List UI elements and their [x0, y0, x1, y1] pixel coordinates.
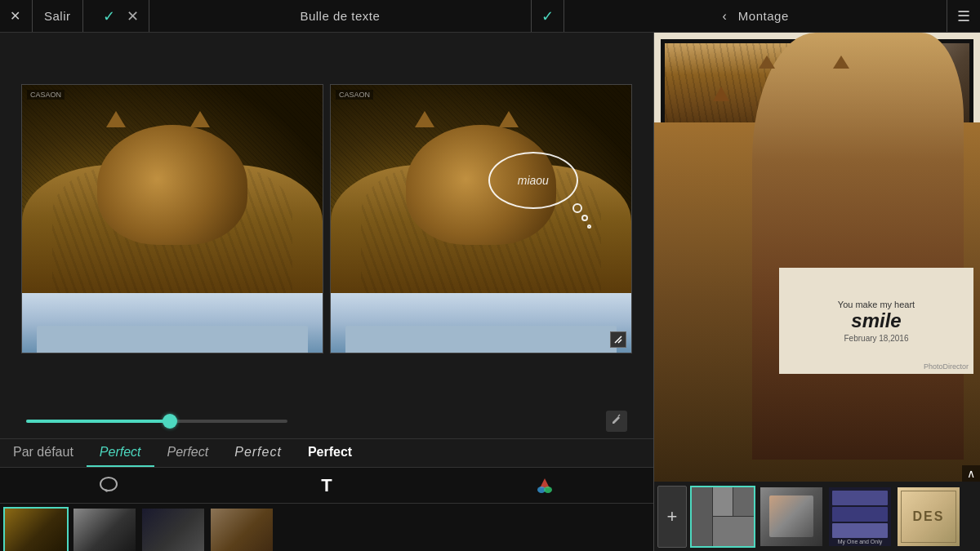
- frame-mid-left[interactable]: [661, 158, 759, 264]
- back-icon[interactable]: ‹: [723, 9, 727, 24]
- thumb-3[interactable]: [140, 507, 206, 551]
- toolbar-center: Bulle de texte: [149, 0, 532, 32]
- color-tool-btn[interactable]: [435, 468, 653, 503]
- date-text: February 18,2016: [844, 334, 909, 343]
- toolbar-left: ✕ Salir: [0, 0, 93, 32]
- quote-line1: You make my heart: [838, 300, 915, 309]
- edited-photo[interactable]: CASAON miaou: [330, 84, 632, 353]
- bubble-label: Bulle de texte: [300, 9, 380, 23]
- font-option-default[interactable]: Par défaut: [0, 439, 87, 467]
- toolbar-confirm-right: ✓: [532, 0, 564, 32]
- toolbar-confirm-left: ✓ ✕: [93, 0, 149, 32]
- montage-thumb-4[interactable]: DES: [896, 486, 961, 548]
- frame-mid-left-photo: [665, 162, 755, 260]
- montage-thumb-4-inner: DES: [898, 487, 960, 546]
- cat-photo-right: CASAON miaou: [331, 85, 631, 353]
- slider-row: [0, 404, 653, 438]
- font-option-4[interactable]: Perfect: [295, 439, 365, 467]
- font-option-2[interactable]: Perfect: [154, 439, 222, 467]
- slider-fill: [26, 420, 170, 423]
- add-montage-btn[interactable]: +: [657, 486, 687, 548]
- montage-thumb-3-label: My One and Only: [838, 539, 882, 544]
- thought-bubble-main: miaou: [488, 152, 578, 209]
- watermark-left: CASAON: [27, 90, 65, 100]
- font-option-3[interactable]: Perfect: [221, 439, 295, 467]
- frame-text: You make my heart smile February 18,2016…: [779, 268, 973, 374]
- montage-thumb-1[interactable]: [690, 486, 755, 548]
- toolbar-right: ‹ Montage: [564, 0, 947, 32]
- bubble-check-icon[interactable]: ✓: [541, 7, 554, 25]
- collapse-btn[interactable]: ∧: [962, 465, 980, 482]
- thumbnail-strip: [0, 503, 653, 551]
- photo-pair: CASAON: [21, 41, 632, 396]
- thumb-4[interactable]: [209, 507, 274, 551]
- salir-label[interactable]: Salir: [44, 9, 71, 23]
- svg-line-0: [618, 415, 620, 416]
- collage-wrapper: You make my heart smile February 18,2016…: [654, 33, 980, 482]
- thumb-4-inner: [211, 509, 273, 551]
- divider-1: [32, 0, 33, 32]
- bottom-icon-bar: T: [0, 467, 653, 503]
- montage-thumb-2[interactable]: [759, 486, 824, 548]
- thumb-2-inner: [74, 509, 136, 551]
- main-area: CASAON: [0, 33, 980, 551]
- edit-icon-btn[interactable]: [606, 411, 627, 432]
- slider-track[interactable]: [26, 420, 287, 423]
- thumb-3-inner: [142, 509, 204, 551]
- montage-thumb-3[interactable]: My One and Only: [827, 486, 893, 548]
- watermark-right: CASAON: [336, 90, 373, 100]
- svg-point-1: [100, 478, 117, 491]
- thought-dot-3: [587, 224, 591, 229]
- brand-text: PhotoDirector: [924, 362, 969, 371]
- right-panel: You make my heart smile February 18,2016…: [653, 33, 980, 551]
- left-panel: CASAON: [0, 33, 653, 551]
- collage-row-2: [661, 158, 973, 264]
- confirm-check-icon[interactable]: ✓: [103, 7, 115, 25]
- text-tool-icon: T: [321, 475, 332, 496]
- thought-bubble-text: miaou: [518, 174, 549, 187]
- thumb-1-inner: [5, 509, 67, 551]
- montage-thumb-row: +: [654, 482, 980, 551]
- thought-bubble[interactable]: miaou: [488, 152, 586, 217]
- top-toolbar: ✕ Salir ✓ ✕ Bulle de texte ✓ ‹ Montage ☰: [0, 0, 980, 33]
- bubble-tool-btn[interactable]: [0, 468, 218, 503]
- thought-dot-2: [581, 215, 588, 221]
- toolbar-menu: ☰: [947, 0, 980, 32]
- divider-2: [82, 0, 83, 32]
- resize-handle[interactable]: [610, 331, 626, 348]
- text-tool-btn[interactable]: T: [218, 468, 436, 503]
- cat-photo-left: CASAON: [22, 85, 323, 353]
- frame-mid-right[interactable]: [763, 158, 973, 264]
- menu-icon[interactable]: ☰: [957, 7, 970, 25]
- confirm-close-icon[interactable]: ✕: [127, 7, 139, 25]
- montage-label: Montage: [738, 9, 789, 23]
- smile-word: smile: [851, 309, 901, 332]
- font-option-1[interactable]: Perfect: [87, 439, 154, 467]
- thought-dot-1: [572, 203, 582, 213]
- original-photo[interactable]: CASAON: [21, 84, 323, 353]
- montage-thumb-1-grid: [692, 487, 754, 546]
- font-style-row: Par défaut Perfect Perfect Perfect Perfe…: [0, 438, 653, 467]
- svg-point-3: [544, 487, 552, 493]
- montage-thumb-2-inner: [760, 487, 822, 546]
- montage-display: You make my heart smile February 18,2016…: [654, 33, 980, 482]
- des-label: DES: [913, 509, 945, 524]
- thumb-1[interactable]: [3, 507, 69, 551]
- frame-mid-right-photo: [767, 162, 969, 260]
- slider-thumb[interactable]: [163, 414, 177, 429]
- bottom-controls: Par défaut Perfect Perfect Perfect Perfe…: [0, 404, 653, 551]
- close-icon[interactable]: ✕: [10, 8, 20, 24]
- photo-canvas: CASAON: [0, 33, 653, 404]
- montage-thumb-3-inner: [829, 487, 891, 546]
- thumb-2[interactable]: [72, 507, 137, 551]
